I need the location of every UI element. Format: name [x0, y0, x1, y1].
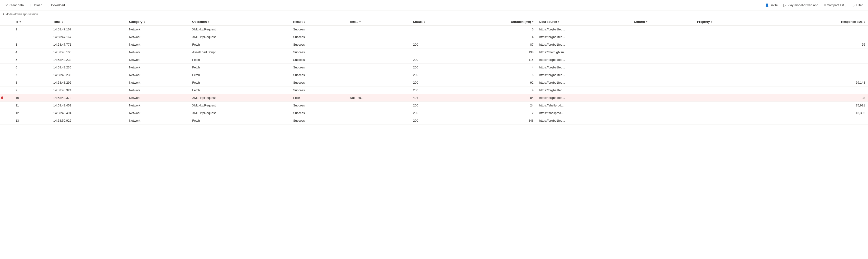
cell-property	[694, 71, 789, 79]
cell-time: 14:58:47.167	[51, 26, 126, 33]
cell-time: 14:58:47.167	[51, 33, 126, 41]
cell-id: 2	[12, 33, 50, 41]
cell-id: 12	[12, 109, 50, 117]
table-row[interactable]: 214:58:47.167NetworkXMLHttpRequestSucces…	[0, 33, 868, 41]
col-control-label: Control	[634, 20, 645, 24]
compact-list-button[interactable]: ≡ Compact list	[822, 2, 849, 8]
cell-id: 13	[12, 117, 50, 124]
cell-category: Network	[126, 71, 189, 79]
col-header-responsesize[interactable]: Response size ∨	[789, 18, 868, 26]
col-duration-label: Duration (ms)	[511, 20, 531, 24]
cell-category: Network	[126, 94, 189, 102]
table-row[interactable]: 1214:58:48.494NetworkXMLHttpRequestSucce…	[0, 109, 868, 117]
table-row[interactable]: 414:58:48.106NetworkAssetLoad.ScriptSucc…	[0, 49, 868, 56]
cell-category: Network	[126, 64, 189, 71]
col-status-sort-icon: ∨	[424, 21, 425, 23]
table-row[interactable]: 114:58:47.167NetworkXMLHttpRequestSucces…	[0, 26, 868, 33]
col-header-property[interactable]: Property ∨	[694, 18, 789, 26]
cell-time: 14:58:48.233	[51, 56, 126, 64]
cell-id: 7	[12, 71, 50, 79]
col-header-time[interactable]: Time ∨	[51, 18, 126, 26]
error-indicator-cell	[0, 56, 12, 64]
table-row[interactable]: 514:58:48.233NetworkFetchSuccess200115ht…	[0, 56, 868, 64]
col-header-operation[interactable]: Operation ∨	[189, 18, 290, 26]
cell-operation: XMLHttpRequest	[189, 33, 290, 41]
cell-category: Network	[126, 117, 189, 124]
cell-datasource: https://orgbe1fed...	[536, 41, 631, 49]
cell-res	[347, 33, 410, 41]
col-result-label: Result	[293, 20, 303, 24]
col-header-category[interactable]: Category ∨	[126, 18, 189, 26]
cell-control	[631, 56, 694, 64]
invite-button[interactable]: 👤 Invite	[763, 2, 780, 8]
cell-control	[631, 26, 694, 33]
col-header-duration[interactable]: Duration (ms) ∨	[461, 18, 536, 26]
col-header-datasource[interactable]: Data source ∨	[536, 18, 631, 26]
cell-responsesize	[789, 64, 868, 71]
filter-icon: ⌕	[852, 3, 855, 7]
table-row[interactable]: 914:58:48.324NetworkFetchSuccess2004http…	[0, 86, 868, 94]
cell-category: Network	[126, 79, 189, 86]
error-indicator-cell	[0, 79, 12, 86]
col-header-res[interactable]: Res... ∨	[347, 18, 410, 26]
table-container: Id ∨ Time ∨ Category ∨	[0, 18, 868, 124]
compact-list-label: Compact list	[827, 3, 844, 7]
cell-category: Network	[126, 33, 189, 41]
error-indicator-cell	[0, 49, 12, 56]
table-row[interactable]: 1014:58:48.378NetworkXMLHttpRequestError…	[0, 94, 868, 102]
table-row[interactable]: 814:58:48.296NetworkFetchSuccess20092htt…	[0, 79, 868, 86]
upload-button[interactable]: ↑ Upload	[27, 2, 45, 8]
cell-control	[631, 49, 694, 56]
cell-result: Success	[290, 109, 347, 117]
col-property-sort-icon: ∨	[711, 21, 712, 23]
table-row[interactable]: 714:58:48.236NetworkFetchSuccess2005http…	[0, 71, 868, 79]
cell-property	[694, 33, 789, 41]
cell-datasource: https://orgbe1fed...	[536, 71, 631, 79]
cell-category: Network	[126, 49, 189, 56]
cell-result: Success	[290, 49, 347, 56]
cell-duration: 2	[461, 109, 536, 117]
cell-time: 14:58:48.235	[51, 64, 126, 71]
cell-time: 14:58:50.922	[51, 117, 126, 124]
cell-res	[347, 64, 410, 71]
cell-control	[631, 117, 694, 124]
cell-control	[631, 86, 694, 94]
filter-button[interactable]: ⌕ Filter	[850, 2, 865, 8]
cell-res	[347, 49, 410, 56]
cell-responsesize: 55	[789, 41, 868, 49]
cell-status: 200	[410, 64, 461, 71]
cell-time: 14:58:48.453	[51, 102, 126, 109]
col-header-control[interactable]: Control ∨	[631, 18, 694, 26]
table-row[interactable]: 614:58:48.235NetworkFetchSuccess2004http…	[0, 64, 868, 71]
col-header-result[interactable]: Result ∨	[290, 18, 347, 26]
col-header-id[interactable]: Id ∨	[12, 18, 50, 26]
cell-datasource: https://mem.gfx.m...	[536, 49, 631, 56]
cell-id: 8	[12, 79, 50, 86]
col-duration-sort-icon: ∨	[532, 21, 534, 23]
cell-result: Success	[290, 33, 347, 41]
error-indicator-cell	[0, 33, 12, 41]
cell-duration: 84	[461, 94, 536, 102]
cell-status	[410, 26, 461, 33]
col-responsesize-label: Response size	[841, 20, 863, 24]
cell-control	[631, 64, 694, 71]
cell-result: Success	[290, 86, 347, 94]
cell-property	[694, 41, 789, 49]
play-model-driven-button[interactable]: ▷ Play model-driven app	[781, 2, 820, 8]
error-indicator-cell	[0, 64, 12, 71]
cell-duration: 5	[461, 26, 536, 33]
cell-property	[694, 94, 789, 102]
col-operation-label: Operation	[192, 20, 207, 24]
clear-data-button[interactable]: ✕ Clear data	[3, 2, 26, 8]
cell-status	[410, 49, 461, 56]
download-icon: ↓	[48, 3, 50, 7]
table-row[interactable]: 1314:58:50.922NetworkFetchSuccess200348h…	[0, 117, 868, 124]
table-row[interactable]: 1114:58:48.453NetworkXMLHttpRequestSucce…	[0, 102, 868, 109]
col-res-label: Res...	[350, 20, 359, 24]
cell-property	[694, 102, 789, 109]
cell-res	[347, 109, 410, 117]
table-row[interactable]: 314:58:47.771NetworkFetchSuccess20087htt…	[0, 41, 868, 49]
upload-label: Upload	[33, 3, 42, 7]
col-header-status[interactable]: Status ∨	[410, 18, 461, 26]
download-button[interactable]: ↓ Download	[45, 2, 67, 8]
